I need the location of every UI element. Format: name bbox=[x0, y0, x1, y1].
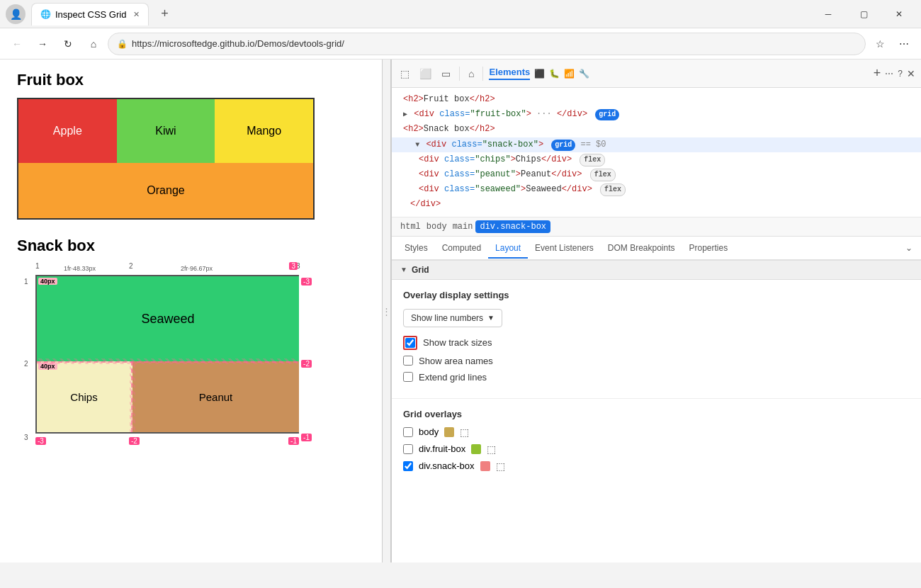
bc-html[interactable]: html bbox=[397, 220, 424, 233]
home-button[interactable]: ⌂ bbox=[82, 33, 105, 55]
body-color-swatch[interactable] bbox=[444, 427, 454, 437]
tab-layout[interactable]: Layout bbox=[488, 239, 528, 259]
dt-close-button[interactable]: ✕ bbox=[907, 68, 915, 79]
close-button[interactable]: ✕ bbox=[883, 4, 915, 25]
tab-dom-breakpoints[interactable]: DOM Breakpoints bbox=[601, 239, 682, 259]
flex-badge-peanut: flex bbox=[590, 169, 616, 181]
extend-grid-lines-checkbox[interactable] bbox=[403, 372, 413, 382]
neg-row-1: -3 bbox=[301, 278, 312, 285]
tree-line-seaweed[interactable]: <div class="seaweed">Seaweed</div> flex bbox=[392, 182, 921, 197]
window-controls: ─ ▢ ✕ bbox=[812, 4, 915, 25]
minimize-button[interactable]: ─ bbox=[812, 4, 844, 25]
more-button[interactable]: ⋯ bbox=[893, 33, 915, 55]
snack-box-overlay-checkbox[interactable] bbox=[403, 461, 413, 471]
console-tab[interactable]: ⬛ bbox=[534, 69, 545, 79]
page-content: Fruit box Apple Kiwi Mango Orange Snack … bbox=[0, 60, 383, 562]
overlay-row-body: body ⬚ bbox=[403, 426, 910, 438]
track-col1-size: 1fr·48.33px bbox=[64, 265, 96, 272]
devtools-toolbar: ⬚ ⬜ ▭ ⌂ Elements ⬛ 🐛 📶 🔧 + ⋯ ? ✕ bbox=[392, 60, 921, 88]
show-track-sizes-label: Show track sizes bbox=[423, 337, 492, 348]
overlay-row-fruit-box: div.fruit-box ⬚ bbox=[403, 443, 910, 455]
elements-tab[interactable]: Elements bbox=[489, 67, 530, 80]
snack-grid-area: 1 2 3 1fr·48.33px 2fr·96.67px 1 2 3 -3 -… bbox=[35, 275, 299, 434]
tab-event-listeners[interactable]: Event Listeners bbox=[528, 239, 601, 259]
favorites-button[interactable]: ☆ bbox=[869, 33, 891, 55]
snack-box-title: Snack box bbox=[17, 237, 365, 255]
show-track-sizes-checkbox[interactable] bbox=[405, 338, 415, 348]
bc-main[interactable]: main bbox=[450, 220, 476, 233]
new-tab-button[interactable]: + bbox=[154, 4, 174, 24]
maximize-button[interactable]: ▢ bbox=[847, 4, 880, 25]
title-bar: 👤 🌐 Inspect CSS Grid ✕ + ─ ▢ ✕ bbox=[0, 0, 921, 28]
nav-right: ☆ ⋯ bbox=[869, 33, 915, 55]
browser-tab[interactable]: 🌐 Inspect CSS Grid ✕ bbox=[31, 3, 149, 26]
snack-box-overlay-link-icon[interactable]: ⬚ bbox=[496, 460, 505, 472]
body-overlay-checkbox[interactable] bbox=[403, 427, 413, 437]
dropdown-label: Show line numbers bbox=[411, 313, 483, 323]
dt-help[interactable]: ? bbox=[898, 69, 903, 79]
tab-computed[interactable]: Computed bbox=[435, 239, 488, 259]
snack-box-color-swatch[interactable] bbox=[480, 461, 490, 471]
col-num-1: 1 bbox=[35, 262, 40, 270]
toolbar-sep2 bbox=[482, 67, 483, 81]
back-button[interactable]: ← bbox=[6, 33, 28, 55]
tab-styles[interactable]: Styles bbox=[397, 239, 435, 259]
track-row1-size: 40px bbox=[38, 278, 57, 285]
refresh-button[interactable]: ↻ bbox=[57, 33, 79, 55]
layout-icon[interactable]: ▭ bbox=[439, 65, 453, 82]
tab-close-button[interactable]: ✕ bbox=[133, 10, 140, 19]
row-num-1: 1 bbox=[24, 278, 28, 285]
home-icon[interactable]: ⌂ bbox=[465, 65, 477, 82]
devtools-panel: ⬚ ⬜ ▭ ⌂ Elements ⬛ 🐛 📶 🔧 + ⋯ ? ✕ <h2>Fru… bbox=[391, 60, 921, 562]
body-overlay-label: body bbox=[419, 426, 439, 437]
grid-badge-fruit: grid bbox=[595, 109, 619, 120]
tree-line-fruit-box[interactable]: ▶ <div class="fruit-box"> ··· </div> gri… bbox=[392, 107, 921, 122]
peanut-label: Peanut bbox=[199, 391, 233, 403]
tab-properties[interactable]: Properties bbox=[682, 239, 735, 259]
device-icon[interactable]: ⬜ bbox=[417, 65, 434, 82]
bc-body[interactable]: body bbox=[424, 220, 450, 233]
fruit-box-color-swatch[interactable] bbox=[471, 444, 481, 454]
more-tabs-button[interactable]: + bbox=[874, 66, 881, 81]
snack-box-overlay-label: div.snack-box bbox=[419, 460, 475, 471]
row-num-2: 2 bbox=[24, 360, 28, 368]
mango-cell: Mango bbox=[215, 99, 313, 163]
fruit-box-title: Fruit box bbox=[17, 71, 365, 89]
grid-section-header[interactable]: ▼ Grid bbox=[392, 261, 921, 280]
h-hatch bbox=[37, 358, 298, 364]
grid-section: ▼ Grid Overlay display settings Show lin… bbox=[392, 261, 921, 487]
bot-col-2: -2 bbox=[129, 437, 140, 445]
neg-row-3: -1 bbox=[301, 434, 312, 441]
forward-button[interactable]: → bbox=[31, 33, 54, 55]
bc-snack-box[interactable]: div.snack-box bbox=[475, 220, 550, 233]
grid-badge-snack: grid bbox=[551, 140, 575, 151]
profile-icon[interactable]: 👤 bbox=[6, 4, 26, 24]
breadcrumb: html body main div.snack-box bbox=[392, 217, 921, 237]
apple-cell: Apple bbox=[18, 99, 117, 163]
tree-line-snack-box[interactable]: ▼ <div class="snack-box"> grid == $0 bbox=[392, 137, 921, 152]
fruit-box-overlay-checkbox[interactable] bbox=[403, 444, 413, 454]
main-area: Fruit box Apple Kiwi Mango Orange Snack … bbox=[0, 60, 921, 562]
tree-line-peanut[interactable]: <div class="peanut">Peanut</div> flex bbox=[392, 167, 921, 182]
seaweed-cell: Seaweed 40px bbox=[37, 276, 299, 361]
network-tab[interactable]: 📶 bbox=[564, 69, 575, 79]
performance-tab[interactable]: 🔧 bbox=[579, 69, 589, 79]
resize-handle[interactable]: ⋮ bbox=[383, 60, 391, 562]
tab-title: Inspect CSS Grid bbox=[55, 9, 126, 20]
sources-tab[interactable]: 🐛 bbox=[549, 69, 560, 79]
seaweed-label: Seaweed bbox=[141, 312, 194, 327]
panel-tab-more[interactable]: ⌄ bbox=[903, 240, 915, 256]
body-overlay-link-icon[interactable]: ⬚ bbox=[460, 426, 469, 438]
grid-section-triangle: ▼ bbox=[400, 266, 407, 273]
show-line-numbers-dropdown[interactable]: Show line numbers ▼ bbox=[403, 309, 502, 327]
show-area-names-checkbox[interactable] bbox=[403, 356, 413, 366]
tree-line-chips[interactable]: <div class="chips">Chips</div> flex bbox=[392, 152, 921, 167]
address-bar[interactable]: 🔒 https://microsoftedge.github.io/Demos/… bbox=[108, 33, 866, 55]
inspect-icon[interactable]: ⬚ bbox=[397, 65, 412, 82]
dropdown-arrow-icon: ▼ bbox=[487, 314, 495, 322]
dt-overflow[interactable]: ⋯ bbox=[885, 69, 893, 79]
fruit-box-overlay-link-icon[interactable]: ⬚ bbox=[487, 443, 496, 455]
fruit-box-overlay-label: div.fruit-box bbox=[419, 443, 465, 454]
panel-tabs: Styles Computed Layout Event Listeners D… bbox=[392, 237, 921, 261]
bot-col-1: -3 bbox=[35, 437, 46, 445]
